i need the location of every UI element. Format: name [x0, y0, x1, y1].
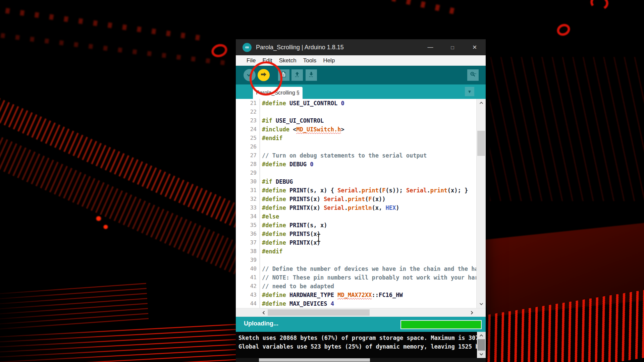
- code-text: #define PRINTX(x) Serial.println(x, HEX): [262, 203, 399, 212]
- console-horizontal-scrollbar-thumb[interactable]: [259, 358, 370, 362]
- line-number: 36: [236, 230, 260, 238]
- status-message: Uploading...: [244, 320, 278, 327]
- menu-item-file[interactable]: File: [243, 57, 259, 64]
- console-line: Sketch uses 20868 bytes (67%) of program…: [236, 334, 486, 342]
- code-line: 33#define PRINTX(x) Serial.println(x, HE…: [236, 203, 486, 212]
- save-button[interactable]: [306, 69, 317, 81]
- line-number: 31: [236, 186, 260, 195]
- line-number: 32: [236, 195, 260, 203]
- scroll-left-arrow-icon[interactable]: [260, 308, 267, 317]
- code-horizontal-scrollbar[interactable]: [236, 308, 486, 317]
- background-ladder-band-left: [0, 96, 276, 242]
- code-editor[interactable]: 21#define USE_UI_CONTROL 02223#if USE_UI…: [236, 99, 486, 308]
- code-text: #define MAX_DEVICES 4: [262, 299, 334, 308]
- serial-monitor-button[interactable]: [467, 69, 479, 81]
- open-button[interactable]: [291, 69, 303, 81]
- code-text: #if DEBUG: [262, 177, 293, 186]
- line-number: 38: [236, 247, 260, 256]
- line-number: 27: [236, 151, 260, 160]
- code-line: 34#else: [236, 212, 486, 221]
- code-vertical-scrollbar-thumb[interactable]: [477, 131, 485, 156]
- line-number: 41: [236, 273, 260, 282]
- code-text: #define PRINTS(x) Serial.print(F(x)): [262, 195, 386, 203]
- arrow-down-icon: [308, 71, 315, 79]
- code-line: 40// Define the number of devices we hav…: [236, 264, 486, 273]
- background-board-wedge-right: [479, 223, 644, 317]
- code-text: #define PRINT(s, x): [262, 221, 327, 230]
- magnifier-icon: [469, 71, 477, 79]
- code-line: 32#define PRINTS(x) Serial.print(F(x)): [236, 195, 486, 203]
- line-number: 29: [236, 169, 260, 177]
- code-line: 42// need to be adapted: [236, 282, 486, 291]
- tab-dropdown-button[interactable]: ▼: [465, 87, 474, 96]
- code-text: #else: [262, 212, 279, 221]
- background-trace-row-top-left: [0, 6, 204, 41]
- background-led-dot-1: [95, 216, 102, 221]
- code-line: 31#define PRINT(s, x) { Serial.print(F(s…: [236, 186, 486, 195]
- code-text: #endif: [262, 247, 282, 256]
- line-number: 26: [236, 142, 260, 151]
- menu-item-help[interactable]: Help: [320, 57, 338, 64]
- line-number: 34: [236, 212, 260, 221]
- line-number: 22: [236, 108, 260, 116]
- chevron-down-icon: ▼: [468, 89, 472, 94]
- code-vertical-scrollbar[interactable]: [476, 99, 486, 308]
- console-scroll-down-icon[interactable]: [477, 351, 486, 358]
- background-trace-rows-bottom: [0, 324, 243, 362]
- background-trace-rows-bottom-left: [0, 283, 149, 330]
- code-line: 37#define PRINTX(x): [236, 238, 486, 247]
- console-vertical-scrollbar-thumb[interactable]: [478, 339, 485, 351]
- background-stripes-bottom-right: [475, 287, 644, 362]
- background-trace-row-top-left-2: [1, 33, 228, 66]
- code-text: // NOTE: These pin numbers will probably…: [262, 273, 486, 282]
- console-vertical-scrollbar[interactable]: [477, 332, 486, 358]
- upload-progress-fill: [401, 321, 481, 328]
- code-text: #endif: [262, 134, 282, 142]
- line-number: 44: [236, 299, 260, 308]
- code-text: #define DEBUG 0: [262, 160, 314, 169]
- scroll-down-arrow-icon[interactable]: [477, 301, 486, 307]
- line-number: 40: [236, 264, 260, 273]
- console-output[interactable]: Sketch uses 20868 bytes (67%) of program…: [236, 332, 486, 362]
- code-line: 22: [236, 108, 486, 116]
- tab-modified-marker: §: [297, 90, 300, 96]
- background-glow-ring-left: [210, 42, 229, 59]
- code-text: #define PRINTX(x): [262, 238, 320, 247]
- line-number: 42: [236, 282, 260, 291]
- console-horizontal-scrollbar[interactable]: [236, 358, 486, 362]
- close-button[interactable]: ✕: [464, 39, 486, 55]
- code-text: #include <MD_UISwitch.h>: [262, 125, 344, 134]
- background-trace-streak-top-right: [363, 0, 456, 14]
- background-glow-ring-right: [555, 22, 572, 38]
- console-line: Global variables use 523 bytes (25%) of …: [236, 342, 486, 351]
- line-number: 30: [236, 177, 260, 186]
- window-controls: — □ ✕: [419, 39, 486, 55]
- scroll-up-arrow-icon[interactable]: [477, 100, 486, 106]
- minimize-button[interactable]: —: [419, 39, 441, 55]
- line-number: 33: [236, 203, 260, 212]
- scroll-right-arrow-icon[interactable]: [468, 308, 476, 317]
- background-glow-arc-top: [589, 0, 610, 12]
- code-line: 38#endif: [236, 247, 486, 256]
- code-text: // need to be adapted: [262, 282, 334, 291]
- code-horizontal-scrollbar-thumb[interactable]: [268, 309, 370, 316]
- arduino-logo-icon: ∞: [243, 43, 252, 52]
- title-bar: ∞ Parola_Scrolling | Arduino 1.8.15 — □ …: [236, 39, 486, 55]
- line-number: 25: [236, 134, 260, 142]
- text-cursor-ibeam: [318, 234, 319, 241]
- maximize-button[interactable]: □: [441, 39, 464, 55]
- line-number: 35: [236, 221, 260, 230]
- code-line: 44#define MAX_DEVICES 4: [236, 299, 486, 308]
- line-number: 21: [236, 99, 260, 108]
- menu-item-tools[interactable]: Tools: [300, 57, 320, 64]
- code-line: 21#define USE_UI_CONTROL 0: [236, 99, 486, 108]
- console-scroll-up-icon[interactable]: [477, 332, 486, 339]
- code-line: 43#define HARDWARE_TYPE MD_MAX72XX::FC16…: [236, 291, 486, 299]
- code-line: 25#endif: [236, 134, 486, 142]
- code-line: 36#define PRINTS(x): [236, 230, 486, 238]
- code-line: 26: [236, 142, 486, 151]
- background-led-dot-2: [103, 225, 109, 229]
- code-line: 28#define DEBUG 0: [236, 160, 486, 169]
- menu-item-sketch[interactable]: Sketch: [276, 57, 300, 64]
- arrow-up-icon: [294, 71, 301, 79]
